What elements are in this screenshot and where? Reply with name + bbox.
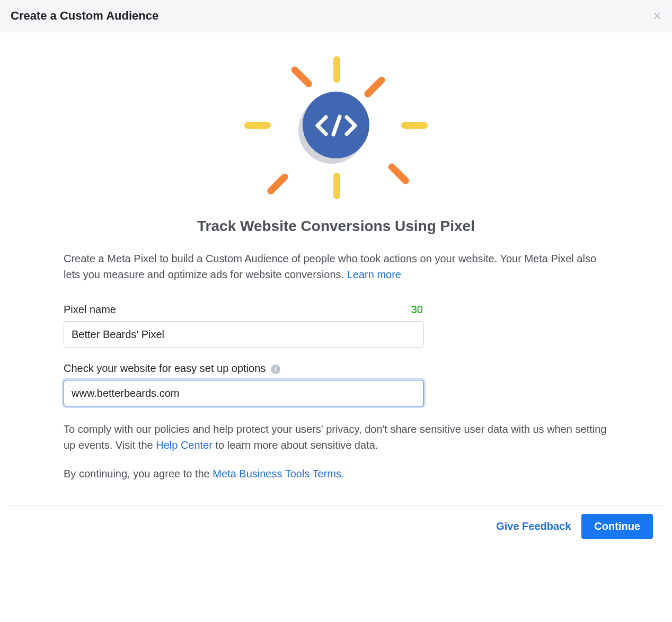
modal-title: Create a Custom Audience xyxy=(11,9,158,23)
svg-rect-1 xyxy=(333,173,340,199)
svg-rect-2 xyxy=(401,122,428,129)
pixel-name-label-row: Pixel name 30 xyxy=(64,304,608,316)
modal-footer: Give Feedback Continue xyxy=(8,505,664,547)
close-icon[interactable]: × xyxy=(653,8,661,23)
continue-button[interactable]: Continue xyxy=(581,514,653,539)
pixel-name-input[interactable] xyxy=(64,321,424,348)
info-icon[interactable]: i xyxy=(271,365,280,374)
website-check-label-text: Check your website for easy set up optio… xyxy=(64,362,266,374)
pixel-name-label: Pixel name xyxy=(64,304,116,316)
website-url-input[interactable] xyxy=(64,380,424,406)
svg-rect-6 xyxy=(290,65,314,89)
char-count: 30 xyxy=(411,304,423,316)
website-check-label-row: Check your website for easy set up optio… xyxy=(64,362,608,375)
terms-agree-text: By continuing, you agree to the Meta Bus… xyxy=(64,466,608,482)
description-text: Create a Meta Pixel to build a Custom Au… xyxy=(64,251,608,282)
give-feedback-button[interactable]: Give Feedback xyxy=(496,520,571,532)
svg-rect-4 xyxy=(363,75,387,99)
terms-link[interactable]: Meta Business Tools Terms. xyxy=(213,468,344,479)
website-check-field-group: Check your website for easy set up optio… xyxy=(64,362,608,406)
svg-rect-3 xyxy=(244,122,271,129)
pixel-name-field-group: Pixel name 30 xyxy=(64,304,608,348)
code-sun-icon xyxy=(243,54,429,202)
svg-rect-5 xyxy=(266,172,290,196)
learn-more-link[interactable]: Learn more xyxy=(347,269,401,280)
modal-header: Create a Custom Audience × xyxy=(0,0,672,32)
privacy-policy-text: To comply with our policies and help pro… xyxy=(64,421,608,453)
help-center-link[interactable]: Help Center xyxy=(156,439,213,451)
headline: Track Website Conversions Using Pixel xyxy=(64,218,608,235)
svg-rect-0 xyxy=(333,56,340,83)
svg-rect-7 xyxy=(387,162,411,186)
description-body: Create a Meta Pixel to build a Custom Au… xyxy=(64,253,596,280)
modal-body: Track Website Conversions Using Pixel Cr… xyxy=(0,32,672,505)
pixel-illustration xyxy=(64,48,608,202)
website-check-label: Check your website for easy set up optio… xyxy=(64,362,280,375)
